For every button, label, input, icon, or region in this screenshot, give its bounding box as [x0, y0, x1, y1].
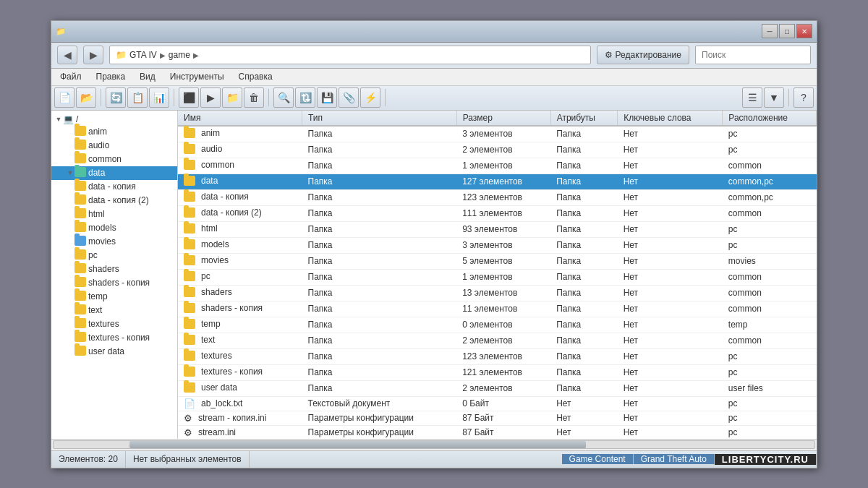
- sidebar-item-shaders-k[interactable]: shaders - копия: [51, 276, 177, 290]
- table-row[interactable]: modelsПапка3 элементовПапкаНетpc: [178, 237, 817, 253]
- table-row[interactable]: moviesПапка5 элементовПапкаНетmovies: [178, 253, 817, 269]
- file-keywords-cell: Нет: [618, 205, 723, 221]
- tb-newdir[interactable]: 📁: [222, 87, 242, 108]
- menu-file[interactable]: Файл: [54, 70, 88, 83]
- tb-view-list[interactable]: ☰: [742, 87, 762, 108]
- file-list[interactable]: Имя Тип Размер Атрибуты Ключевые слова Р…: [178, 111, 817, 439]
- file-location-cell: movies: [723, 253, 817, 269]
- search-input[interactable]: [695, 46, 811, 64]
- table-row[interactable]: texturesПапка123 элементовПапкаНетpc: [178, 348, 817, 364]
- folder-icon-shaders-k: [75, 277, 86, 289]
- table-row[interactable]: dataПапка127 элементовПапкаНетcommon,pc: [178, 174, 817, 189]
- close-button[interactable]: ✕: [796, 24, 812, 38]
- table-row[interactable]: ⚙stream - копия.iniПараметры конфигураци…: [178, 411, 817, 425]
- table-row[interactable]: audioПапка2 элементовПапкаНетpc: [178, 142, 817, 158]
- tb-open[interactable]: 📂: [76, 87, 96, 108]
- table-row[interactable]: data - копияПапка123 элементовПапкаНетco…: [178, 189, 817, 205]
- file-type-cell: Папка: [302, 301, 457, 317]
- minimize-button[interactable]: ─: [762, 24, 778, 38]
- tree-toggle-movies: [66, 237, 75, 246]
- edit-button[interactable]: ⚙ Редактирование: [597, 46, 689, 64]
- table-row[interactable]: 📄ab_lock.txtТекстовый документ0 БайтНетН…: [178, 396, 817, 411]
- col-keywords[interactable]: Ключевые слова: [618, 111, 723, 126]
- sidebar-item-anim[interactable]: anim: [51, 125, 177, 139]
- horizontal-scrollbar[interactable]: [53, 440, 815, 449]
- tb-move[interactable]: ▶: [200, 87, 221, 108]
- back-button[interactable]: ◀: [57, 46, 77, 64]
- breadcrumb[interactable]: 📁 GTA IV ▶ game ▶: [109, 46, 591, 64]
- table-row[interactable]: commonПапка1 элементовПапкаНетcommon: [178, 158, 817, 174]
- sidebar-item-html[interactable]: html: [51, 207, 177, 221]
- file-attr-cell: Папка: [550, 301, 618, 317]
- table-row[interactable]: shadersПапка13 элементовПапкаНетcommon: [178, 285, 817, 301]
- tb-refresh[interactable]: 🔄: [106, 87, 126, 108]
- tb-copy[interactable]: ⬛: [179, 87, 199, 108]
- table-row[interactable]: textПапка2 элементовПапкаНетcommon: [178, 333, 817, 348]
- file-attr-cell: Папка: [550, 189, 618, 205]
- file-location-cell: common,pc: [723, 189, 817, 205]
- sidebar-item-audio[interactable]: audio: [51, 139, 177, 153]
- sidebar-item-data[interactable]: ▼data: [51, 166, 177, 180]
- sidebar-item-common[interactable]: common: [51, 153, 177, 166]
- sidebar-item-textures[interactable]: textures: [51, 317, 177, 331]
- file-type-cell: Папка: [302, 221, 457, 237]
- menu-help[interactable]: Справка: [233, 70, 278, 83]
- sidebar-item-temp[interactable]: temp: [51, 290, 177, 304]
- sidebar-label-text: text: [88, 305, 102, 315]
- table-row[interactable]: htmlПапка93 элементовПапкаНетpc: [178, 221, 817, 237]
- col-attr[interactable]: Атрибуты: [550, 111, 618, 126]
- file-type-cell: Текстовый документ: [302, 396, 457, 411]
- tb-new[interactable]: 📄: [54, 87, 75, 108]
- forward-button[interactable]: ▶: [83, 46, 103, 64]
- sidebar-item-movies[interactable]: movies: [51, 235, 177, 249]
- tb-help[interactable]: ?: [793, 87, 814, 108]
- sidebar-item-pc[interactable]: pc: [51, 249, 177, 262]
- col-size[interactable]: Размер: [456, 111, 550, 126]
- file-size-cell: 3 элементов: [456, 237, 550, 253]
- sidebar-label-root: /: [76, 114, 78, 124]
- tb-search[interactable]: 🔍: [273, 87, 294, 108]
- sidebar-item-data-kopiya[interactable]: data - копия: [51, 180, 177, 194]
- sidebar-item-models[interactable]: models: [51, 221, 177, 235]
- sidebar-label-userdata: user data: [88, 346, 124, 356]
- edit-label: Редактирование: [616, 50, 681, 60]
- file-name-cell: data: [184, 176, 218, 186]
- sidebar-item-shaders[interactable]: shaders: [51, 262, 177, 276]
- col-name[interactable]: Имя: [178, 111, 302, 126]
- tb-btn2[interactable]: 📋: [127, 87, 148, 108]
- sidebar-item-text[interactable]: text: [51, 304, 177, 317]
- sidebar-item-textures-k[interactable]: textures - копия: [51, 331, 177, 345]
- file-type-cell: Папка: [302, 158, 457, 174]
- sidebar-item-root[interactable]: ▼💻/: [51, 114, 177, 125]
- table-row[interactable]: shaders - копияПапка11 элементовПапкаНет…: [178, 301, 817, 317]
- col-type[interactable]: Тип: [302, 111, 457, 126]
- tb-delete[interactable]: 🗑: [244, 87, 264, 108]
- file-keywords-cell: Нет: [618, 317, 723, 333]
- table-row[interactable]: animПапка3 элементовПапкаНетpc: [178, 126, 817, 142]
- file-location-cell: pc: [723, 126, 817, 142]
- table-row[interactable]: user dataПапка2 элементовПапкаНетuser fi…: [178, 380, 817, 396]
- tb-misc[interactable]: ⚡: [360, 87, 380, 108]
- table-row[interactable]: textures - копияПапка121 элементовПапкаН…: [178, 364, 817, 380]
- tree-toggle-pc: [66, 251, 75, 260]
- breadcrumb-part1[interactable]: GTA IV: [129, 50, 157, 60]
- tb-btn3[interactable]: 📊: [149, 87, 169, 108]
- table-row[interactable]: ⚙stream.iniПараметры конфигурации87 Байт…: [178, 425, 817, 439]
- status-count: Элементов: 20: [51, 451, 126, 468]
- tb-sync[interactable]: 🔃: [295, 87, 315, 108]
- tree-toggle-userdata: [66, 347, 75, 356]
- table-row[interactable]: data - копия (2)Папка111 элементовПапкаН…: [178, 205, 817, 221]
- tb-save[interactable]: 💾: [317, 87, 337, 108]
- menu-view[interactable]: Вид: [134, 70, 161, 83]
- sidebar-item-data-kopiya2[interactable]: data - копия (2): [51, 194, 177, 207]
- menu-edit[interactable]: Правка: [90, 70, 132, 83]
- maximize-button[interactable]: □: [779, 24, 795, 38]
- sidebar-item-userdata[interactable]: user data: [51, 345, 177, 359]
- tb-prop[interactable]: 📎: [339, 87, 359, 108]
- menu-tools[interactable]: Инструменты: [164, 70, 230, 83]
- tb-view-opts[interactable]: ▼: [764, 87, 784, 108]
- table-row[interactable]: pcПапка1 элементовПапкаНетcommon: [178, 269, 817, 285]
- table-row[interactable]: tempПапка0 элементовПапкаНетtemp: [178, 317, 817, 333]
- col-location[interactable]: Расположение: [723, 111, 817, 126]
- breadcrumb-part2[interactable]: game: [169, 50, 190, 60]
